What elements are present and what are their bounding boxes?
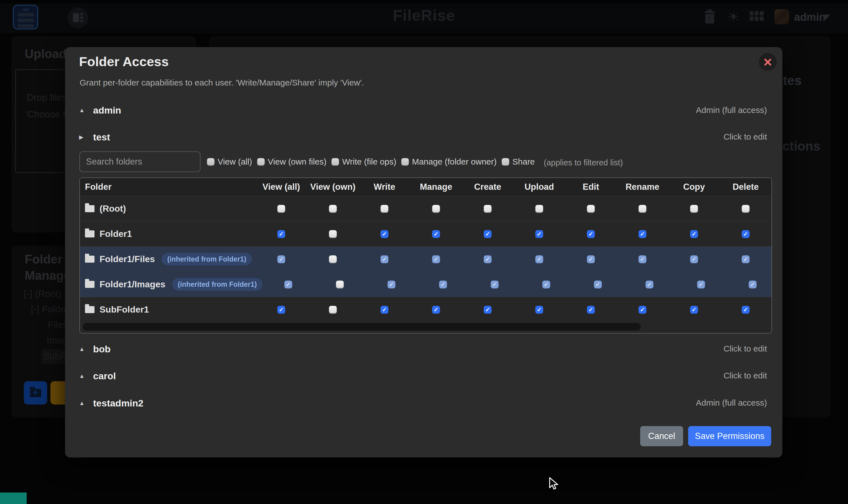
permission-checkbox[interactable] [587,205,595,213]
permission-checkbox[interactable]: ✓ [381,306,388,314]
permission-checkbox[interactable]: ✓ [742,255,749,263]
user-row-carol[interactable]: carol [79,370,116,382]
permission-checkbox[interactable]: ✓ [284,281,292,288]
permission-checkbox[interactable] [381,205,388,213]
horizontal-scrollbar [80,321,772,333]
column-header-folder: Folder [80,182,255,192]
permission-checkbox[interactable]: ✓ [484,230,492,238]
column-header: Create [462,182,513,192]
permission-checkbox[interactable]: ✓ [388,281,395,288]
permission-checkbox[interactable]: ✓ [542,281,550,288]
bulk-checkbox[interactable] [502,158,509,166]
user-row-test[interactable]: test [79,131,110,144]
create-folder-button[interactable] [24,381,47,404]
permission-checkbox[interactable] [742,205,749,213]
theme-toggle-icon[interactable]: ☀ [727,8,740,25]
permission-checkbox[interactable]: ✓ [277,255,285,263]
table-row: SubFolder1 ✓✓✓✓✓✓✓✓✓ [80,297,772,322]
user-menu-caret-icon[interactable] [822,15,830,20]
permission-checkbox[interactable]: ✓ [535,230,543,238]
permission-checkbox[interactable]: ✓ [277,306,285,314]
permission-checkbox[interactable] [535,205,543,213]
modal-title: Folder Access [79,54,169,69]
permission-checkbox[interactable] [638,205,647,213]
user-row-admin[interactable]: admin [79,104,121,116]
scrollbar-thumb[interactable] [83,323,641,330]
close-icon [764,54,772,70]
user-row-bob[interactable]: bob [79,343,110,356]
close-button[interactable] [759,53,777,71]
tree-item-root[interactable]: [-] (Root) [24,288,61,299]
permission-checkbox[interactable]: ✓ [277,230,285,238]
bulk-filter-label: Write (file ops) [342,157,396,166]
permission-checkbox[interactable]: ✓ [587,255,595,263]
permission-checkbox[interactable]: ✓ [432,306,440,314]
permission-cells: ✓✓✓✓✓✓✓✓✓ [255,306,772,314]
bulk-checkbox[interactable] [257,158,265,166]
bulk-checkbox[interactable] [332,158,339,166]
permission-checkbox[interactable]: ✓ [535,306,543,314]
tree-item-images[interactable]: Imag [47,335,68,346]
permission-checkbox[interactable]: ✓ [697,281,705,288]
bulk-filter-view-all: View (all) [207,157,252,166]
permission-checkbox[interactable]: ✓ [638,306,647,314]
permission-checkbox[interactable]: ✓ [432,230,440,238]
permission-checkbox[interactable]: ✓ [690,306,698,314]
user-avatar[interactable] [775,9,789,24]
permission-checkbox[interactable]: ✓ [638,230,647,238]
user-row-status: Admin (full access) [696,105,767,115]
permission-checkbox[interactable] [432,205,440,213]
permission-checkbox[interactable] [329,230,337,238]
tree-item-folder1[interactable]: [-] Folder [31,304,69,314]
permission-checkbox[interactable] [329,205,337,213]
apps-grid-icon[interactable] [749,11,764,21]
menu-bar-strip [0,0,848,3]
hamburger-bar [18,24,34,28]
permission-checkbox[interactable]: ✓ [587,306,595,314]
permission-checkbox[interactable]: ✓ [690,255,698,263]
permission-checkbox[interactable] [277,205,285,213]
permission-checkbox[interactable]: ✓ [587,230,595,238]
permission-checkbox[interactable]: ✓ [484,306,492,314]
user-row-name: testadmin2 [93,398,144,409]
permission-checkbox[interactable]: ✓ [535,255,543,263]
permission-checkbox[interactable]: ✓ [638,255,647,263]
permission-checkbox[interactable]: ✓ [742,306,749,314]
user-row-testadmin2[interactable]: testadmin2 [79,397,144,410]
save-permissions-button[interactable]: Save Permissions [688,426,771,446]
user-row-name: test [93,132,110,143]
permission-checkbox[interactable]: ✓ [432,255,440,263]
folder-cell: Folder1 [80,229,255,239]
bulk-checkbox[interactable] [401,158,409,166]
permission-checkbox[interactable] [329,306,337,314]
permission-checkbox[interactable]: ✓ [594,281,602,288]
permission-checkbox[interactable]: ✓ [439,281,447,288]
top-app-bar: FileRise ↑ ☀ admin [0,0,848,33]
trash-body: ↑ [705,14,714,23]
permission-cells [255,205,772,213]
permission-checkbox[interactable]: ✓ [749,281,757,288]
folder-name: Folder1 [100,229,132,239]
permission-checkbox[interactable]: ✓ [491,281,499,288]
user-menu-label[interactable]: admin [794,11,826,23]
chevron-up-icon [79,346,86,352]
permission-checkbox[interactable]: ✓ [742,230,749,238]
permission-checkbox[interactable]: ✓ [381,230,388,238]
background-header-fragment-top: tes [783,73,801,88]
permission-checkbox[interactable]: ✓ [484,255,492,263]
trash-restore-icon[interactable]: ↑ [705,11,715,23]
bulk-checkbox[interactable] [207,158,214,166]
permission-checkbox[interactable] [329,255,337,263]
chevron-up-icon [79,373,86,379]
user-row-status: Click to edit [724,344,767,354]
permission-checkbox[interactable] [690,205,698,213]
permission-checkbox[interactable] [336,281,344,288]
permission-checkbox[interactable]: ✓ [646,281,653,288]
search-folders-input[interactable] [80,151,200,172]
folder-icon [85,306,94,313]
permission-checkbox[interactable]: ✓ [381,255,388,263]
permission-checkbox[interactable] [484,205,492,213]
cancel-button[interactable]: Cancel [640,426,683,446]
permission-checkbox[interactable]: ✓ [690,230,698,238]
app-title: FileRise [0,6,848,24]
